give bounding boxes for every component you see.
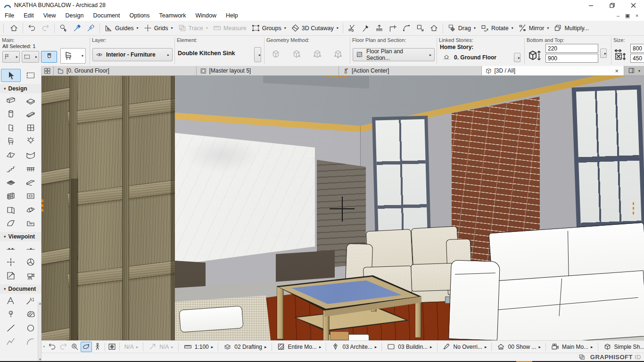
doc-close-icon[interactable]: × (634, 13, 640, 18)
arrow-tool-tool[interactable] (1, 69, 21, 82)
zone-tool[interactable] (21, 216, 41, 230)
graphisoft-id[interactable]: ID (635, 354, 641, 361)
fillet-button[interactable] (400, 22, 413, 34)
geometry-method-1[interactable] (270, 48, 281, 61)
walk-button[interactable] (92, 342, 103, 352)
wall-tool[interactable] (1, 93, 21, 107)
menu-design[interactable]: Design (61, 12, 89, 19)
tab-overview-button[interactable] (41, 66, 54, 75)
window-t-tool[interactable] (21, 121, 41, 134)
size-height-field[interactable] (630, 54, 644, 63)
section-tool[interactable] (1, 241, 21, 255)
polyline-ic-tool[interactable] (1, 335, 21, 348)
quick-option-5[interactable]: Entire Mo...▸ (273, 342, 325, 352)
tab-4[interactable]: [3D / All]× (482, 66, 625, 75)
current-tool-button[interactable]: ▾ (60, 48, 86, 64)
cutaway-button[interactable]: 3D Cutaway▾ (289, 22, 341, 34)
morph-tool[interactable] (21, 203, 41, 216)
ramp-tool[interactable] (21, 175, 41, 189)
arrow-mode-button[interactable]: ▸ (2, 51, 20, 63)
multiply-button[interactable]: Multiply... (551, 22, 591, 34)
previous-view-button[interactable] (47, 342, 58, 352)
tab-close-icon[interactable]: × (613, 67, 620, 74)
mirror-button[interactable]: Mirror▾ (516, 22, 552, 34)
menu-view[interactable]: View (39, 12, 61, 19)
trace-button[interactable]: Trace▾ (175, 22, 211, 34)
find-select-button[interactable] (57, 22, 70, 34)
pickup-parameters-button[interactable] (70, 22, 84, 34)
restore-button[interactable] (602, 0, 623, 10)
quick-option-4[interactable]: 02 Drafting▸ (220, 342, 270, 352)
toolbox-section-document[interactable]: ▾Document (0, 284, 41, 294)
geometry-method-4[interactable] (332, 48, 344, 61)
groups-button[interactable]: Groups▾ (249, 22, 289, 34)
menu-document[interactable]: Document (89, 12, 125, 19)
mesh-tool[interactable] (1, 175, 21, 189)
adjust-button[interactable] (359, 22, 372, 34)
redo-button[interactable] (39, 22, 52, 34)
quick-option-3[interactable]: 1:100▸ (180, 342, 217, 352)
minimize-button[interactable] (580, 0, 602, 10)
sectional-white-cushion[interactable] (179, 305, 243, 332)
toolbox-section-viewpoint[interactable]: ▾Viewpoint (0, 232, 41, 241)
intersect-button[interactable] (372, 22, 386, 34)
tab-1[interactable]: [0. Ground Floor] (54, 66, 197, 75)
marker-tool[interactable]: 1 (1, 307, 21, 321)
geometry-method-3[interactable] (312, 48, 323, 61)
home-story-flyout[interactable]: ▸ (514, 53, 520, 62)
3d-viewport[interactable] (41, 76, 644, 340)
grids-button[interactable]: Grids▾ (141, 22, 175, 34)
quick-option-6[interactable]: 03 Archite...▸ (328, 342, 380, 352)
camera-tool[interactable] (21, 269, 41, 282)
home-button[interactable] (7, 22, 21, 34)
bottom-top-flyout[interactable]: ▸ (600, 49, 607, 58)
doc-restore-icon[interactable]: ▣ (624, 13, 631, 19)
wooden-bookshelf[interactable] (41, 76, 175, 340)
measure-button[interactable]: Measure (210, 22, 249, 34)
toolbox-section-design[interactable]: ▾Design (0, 84, 41, 93)
elevation-tool[interactable] (21, 241, 41, 255)
bottom-offset-field[interactable] (545, 54, 598, 63)
resize-button[interactable] (413, 22, 427, 34)
railing-tool[interactable] (21, 162, 41, 175)
bar-chevron-icon[interactable]: ˅ (41, 345, 47, 349)
white-sofa-seat[interactable] (487, 271, 644, 340)
fit-in-window-button[interactable] (107, 342, 118, 352)
menu-window[interactable]: Window (191, 12, 221, 19)
quick-option-9[interactable]: 00 Show ...▸ (493, 342, 544, 352)
undo-button[interactable] (25, 22, 39, 34)
element-flyout-button[interactable]: ▸ (254, 47, 261, 62)
quick-option-7[interactable]: 03 Buildin...▸ (383, 342, 435, 352)
inject-parameters-button[interactable] (84, 22, 98, 34)
opening-tool[interactable] (21, 189, 41, 203)
tab-2[interactable]: [Master layout 5] (197, 66, 339, 75)
column-tool[interactable] (1, 107, 21, 121)
drag-button[interactable]: Drag▾ (445, 22, 478, 34)
line-ic-tool[interactable] (1, 321, 21, 335)
tab-list-icon[interactable] (628, 67, 636, 75)
graphisoft-brand[interactable]: GRAPHISOFT (590, 354, 633, 361)
roof-tool[interactable] (1, 148, 21, 162)
tab-3[interactable]: [Action Center] (339, 66, 482, 75)
top-offset-field[interactable] (545, 44, 598, 53)
shell-curved-tool[interactable] (1, 216, 21, 230)
text-t-tool[interactable] (1, 294, 21, 307)
menu-teamwork[interactable]: Teamwork (155, 12, 191, 19)
graphisoft-window-icon[interactable] (578, 354, 586, 361)
beam-tool[interactable] (21, 107, 41, 121)
fps-selector[interactable]: Floor Plan and Section... ▸ (353, 48, 435, 61)
trim-button[interactable] (386, 22, 400, 34)
size-width-field[interactable] (630, 44, 644, 53)
worksheet-tool[interactable] (21, 255, 41, 269)
object-tool[interactable] (1, 134, 21, 148)
next-view-button[interactable] (58, 342, 69, 352)
quick-option-8[interactable]: No Overri...▸ (439, 342, 490, 352)
lamp-tool[interactable] (21, 134, 41, 148)
detail-tool[interactable] (1, 269, 21, 282)
marquee-tool[interactable] (21, 69, 41, 82)
interior-elev-tool[interactable] (1, 255, 21, 269)
quick-option-2[interactable]: N/A▸ (145, 342, 177, 352)
rotate-button[interactable]: Rotate▾ (478, 22, 516, 34)
menu-options[interactable]: Options (124, 12, 154, 19)
quick-option-1[interactable]: N/A▸ (121, 342, 142, 352)
